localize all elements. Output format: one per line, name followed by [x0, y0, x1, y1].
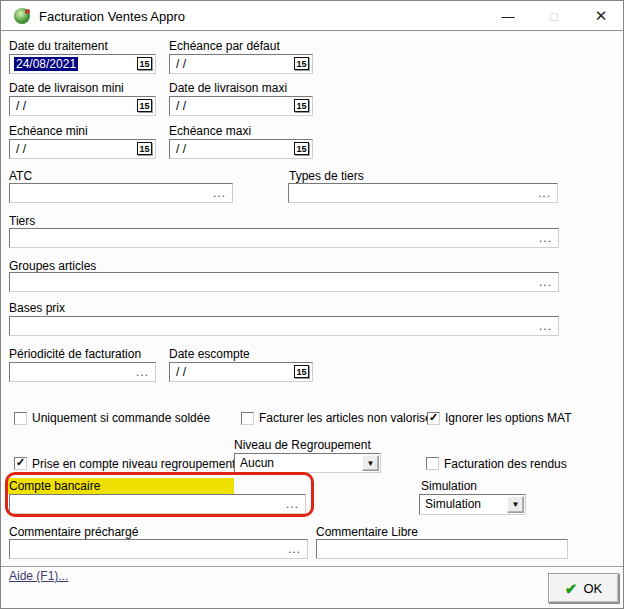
checkbox-commande-soldee-label: Uniquement si commande soldée [32, 412, 210, 425]
simulation-label: Simulation [421, 480, 477, 493]
help-link[interactable]: Aide (F1)... [9, 569, 68, 583]
livraison-mini-label: Date de livraison mini [9, 82, 124, 95]
echeance-mini-value: / / [16, 142, 26, 156]
livraison-mini-field[interactable]: / / 15 [9, 96, 156, 116]
checkbox-prise-en-compte-label: Prise en compte niveau regroupement [32, 458, 235, 471]
checkbox-commande-soldee[interactable] [14, 412, 27, 425]
title-bar: Facturation Ventes Appro — □ ✕ [1, 1, 623, 31]
niveau-regroupement-value: Aucun [240, 456, 274, 470]
maximize-button: □ [541, 6, 567, 26]
calendar-icon[interactable]: 15 [294, 142, 309, 155]
browse-icon[interactable]: ... [539, 274, 552, 290]
ok-button[interactable]: ✔ OK [548, 573, 619, 603]
livraison-maxi-field[interactable]: / / 15 [169, 96, 313, 116]
commentaire-libre-field[interactable] [316, 539, 568, 559]
calendar-icon[interactable]: 15 [137, 57, 152, 70]
tiers-label: Tiers [9, 215, 35, 228]
browse-icon[interactable]: ... [539, 230, 552, 246]
livraison-maxi-value: / / [176, 99, 186, 113]
check-icon: ✓ [428, 412, 439, 423]
window-title: Facturation Ventes Appro [39, 9, 185, 24]
date-escompte-field[interactable]: / / 15 [169, 362, 313, 382]
browse-icon[interactable]: ... [538, 185, 551, 201]
echeance-maxi-value: / / [176, 142, 186, 156]
checkbox-articles-non-valorises-label: Facturer les articles non valorisés [259, 412, 438, 425]
periodicite-field[interactable]: ... [9, 362, 156, 382]
date-escompte-label: Date escompte [169, 348, 250, 361]
browse-icon[interactable]: ... [286, 496, 299, 512]
date-escompte-value: / / [176, 365, 186, 379]
periodicite-label: Périodicité de facturation [9, 348, 141, 361]
check-icon: ✓ [15, 457, 26, 468]
bases-prix-label: Bases prix [9, 302, 65, 315]
atc-label: ATC [9, 170, 32, 183]
atc-field[interactable]: ... [9, 183, 233, 203]
checkbox-ignorer-mat[interactable]: ✓ [427, 412, 440, 425]
minimize-button[interactable]: — [495, 6, 521, 26]
echeance-maxi-label: Echéance maxi [169, 125, 251, 138]
check-icon: ✔ [565, 581, 578, 596]
calendar-icon[interactable]: 15 [294, 365, 309, 378]
checkbox-ignorer-mat-label: Ignorer les options MAT [445, 412, 572, 425]
commentaire-libre-label: Commentaire Libre [316, 526, 418, 539]
echeance-mini-label: Echéance mini [9, 125, 88, 138]
browse-icon[interactable]: ... [288, 541, 301, 557]
calendar-icon[interactable]: 15 [294, 99, 309, 112]
simulation-select[interactable]: Simulation ▼ [419, 494, 526, 515]
checkbox-facturation-rendus[interactable] [426, 457, 439, 470]
footer-divider [1, 566, 623, 568]
browse-icon[interactable]: ... [136, 364, 149, 380]
ok-button-label: OK [583, 581, 602, 596]
date-traitement-label: Date du traitement [9, 40, 108, 53]
close-button[interactable]: ✕ [588, 6, 614, 26]
chevron-down-icon[interactable]: ▼ [362, 455, 379, 471]
checkbox-articles-non-valorises[interactable] [241, 412, 254, 425]
bases-prix-field[interactable]: ... [9, 316, 559, 336]
dialog-facturation-ventes-appro: Facturation Ventes Appro — □ ✕ Date du t… [0, 0, 624, 609]
echeance-defaut-value: / / [176, 57, 186, 71]
date-traitement-value: 24/08/2021 [14, 57, 78, 71]
calendar-icon[interactable]: 15 [137, 99, 152, 112]
livraison-maxi-label: Date de livraison maxi [169, 82, 287, 95]
date-traitement-field[interactable]: 24/08/2021 15 [9, 54, 156, 74]
groupes-articles-field[interactable]: ... [9, 272, 559, 292]
compte-bancaire-label: Compte bancaire [8, 478, 234, 494]
niveau-regroupement-label: Niveau de Regroupement [234, 439, 371, 452]
simulation-value: Simulation [425, 497, 481, 511]
types-tiers-field[interactable]: ... [288, 183, 558, 203]
echeance-defaut-label: Echéance par défaut [169, 40, 280, 53]
niveau-regroupement-select[interactable]: Aucun ▼ [234, 453, 381, 473]
commentaire-precharge-label: Commentaire préchargé [9, 526, 138, 539]
checkbox-prise-en-compte[interactable]: ✓ [14, 457, 27, 470]
echeance-maxi-field[interactable]: / / 15 [169, 139, 313, 159]
types-tiers-label: Types de tiers [289, 170, 364, 183]
app-icon [14, 8, 30, 24]
calendar-icon[interactable]: 15 [294, 57, 309, 70]
commentaire-precharge-field[interactable]: ... [9, 539, 308, 559]
compte-bancaire-field[interactable]: ... [9, 494, 306, 514]
browse-icon[interactable]: ... [539, 318, 552, 334]
browse-icon[interactable]: ... [213, 185, 226, 201]
echeance-defaut-field[interactable]: / / 15 [169, 54, 313, 74]
chevron-down-icon[interactable]: ▼ [507, 496, 524, 513]
tiers-field[interactable]: ... [9, 228, 559, 248]
calendar-icon[interactable]: 15 [137, 142, 152, 155]
livraison-mini-value: / / [16, 99, 26, 113]
checkbox-facturation-rendus-label: Facturation des rendus [444, 458, 567, 471]
echeance-mini-field[interactable]: / / 15 [9, 139, 156, 159]
